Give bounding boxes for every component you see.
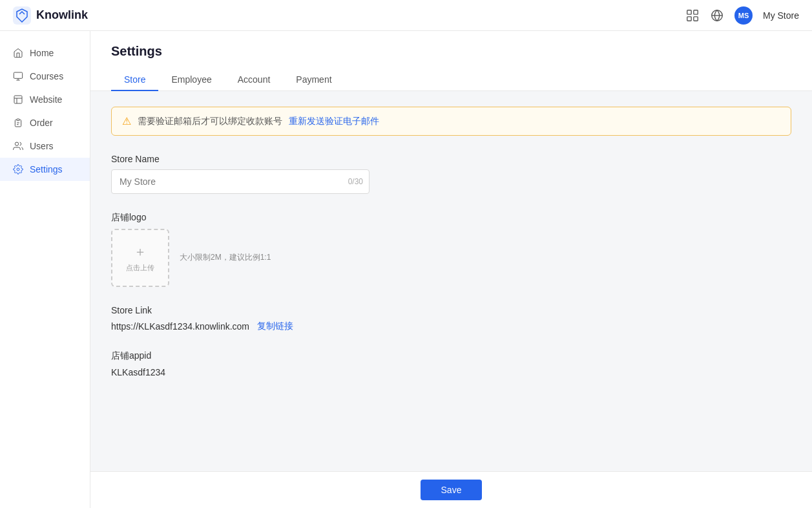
warning-banner: ⚠ 需要验证邮箱后才可以绑定收款账号 重新发送验证电子邮件	[111, 107, 791, 136]
svg-point-10	[17, 168, 19, 171]
page-title: Settings	[111, 44, 791, 59]
sidebar-website-label: Website	[30, 94, 62, 105]
warning-icon: ⚠	[122, 115, 131, 127]
store-link-value: https://KLKasdf1234.knowlink.com	[111, 321, 249, 332]
svg-rect-2	[694, 10, 698, 14]
users-icon	[13, 141, 23, 151]
logo-label: 店铺logo	[111, 212, 791, 224]
store-name-label: My Store	[763, 10, 799, 21]
tab-payment[interactable]: Payment	[283, 69, 344, 91]
tab-employee[interactable]: Employee	[158, 69, 224, 91]
store-name-section: Store Name 0/30	[111, 154, 791, 194]
sidebar-item-home[interactable]: Home	[0, 41, 90, 65]
page-header: Settings Store Employee Account Payment	[90, 31, 812, 91]
appid-section: 店铺appid KLKasdf1234	[111, 350, 791, 377]
logo-section: 店铺logo ＋ 点击上传 大小限制2M，建议比例1:1	[111, 212, 791, 287]
store-link-section: Store Link https://KLKasdf1234.knowlink.…	[111, 305, 791, 332]
main-content: Settings Store Employee Account Payment …	[90, 31, 812, 508]
website-icon	[13, 94, 23, 105]
store-link-row: https://KLKasdf1234.knowlink.com 复制链接	[111, 321, 791, 332]
sidebar-item-settings[interactable]: Settings	[0, 158, 90, 181]
sidebar-item-website[interactable]: Website	[0, 88, 90, 111]
appid-value: KLKasdf1234	[111, 367, 791, 377]
svg-rect-3	[687, 16, 691, 20]
svg-rect-7	[14, 96, 22, 103]
order-icon	[13, 118, 23, 128]
store-name-input-wrapper: 0/30	[111, 169, 370, 194]
logo-text: Knowlink	[36, 8, 88, 22]
store-avatar[interactable]: MS	[734, 6, 753, 25]
plus-icon: ＋	[134, 243, 147, 260]
sidebar-item-order[interactable]: Order	[0, 111, 90, 134]
svg-rect-4	[694, 16, 698, 20]
sidebar-order-label: Order	[30, 118, 53, 128]
store-name-counter: 0/30	[348, 177, 363, 186]
svg-rect-1	[687, 10, 691, 14]
svg-rect-8	[17, 119, 19, 121]
topnav-right: MS My Store	[685, 6, 799, 25]
logo-upload-text: 点击上传	[126, 263, 154, 273]
store-name-input[interactable]	[111, 169, 370, 194]
logo-hint: 大小限制2M，建议比例1:1	[180, 252, 271, 263]
content-area: ⚠ 需要验证邮箱后才可以绑定收款账号 重新发送验证电子邮件 Store Name…	[90, 91, 812, 411]
sidebar-home-label: Home	[30, 48, 54, 58]
top-navigation: Knowlink MS My Store	[0, 0, 812, 31]
settings-icon	[13, 164, 23, 175]
warning-text: 需要验证邮箱后才可以绑定收款账号	[138, 116, 282, 127]
store-link-label: Store Link	[111, 305, 791, 315]
svg-point-9	[15, 142, 18, 145]
knowlink-logo-icon	[13, 6, 31, 25]
sidebar-users-label: Users	[30, 141, 54, 151]
logo-upload-button[interactable]: ＋ 点击上传	[111, 229, 169, 287]
sidebar-settings-label: Settings	[30, 164, 63, 175]
save-area: Save	[90, 471, 812, 508]
globe-icon[interactable]	[710, 8, 724, 23]
tab-store[interactable]: Store	[111, 69, 158, 91]
tab-account[interactable]: Account	[225, 69, 284, 91]
main-layout: Home Courses Website Order	[0, 31, 812, 508]
home-icon	[13, 48, 23, 58]
courses-icon	[13, 71, 23, 81]
sidebar: Home Courses Website Order	[0, 31, 90, 508]
sidebar-courses-label: Courses	[30, 71, 63, 81]
tabs-container: Store Employee Account Payment	[111, 69, 791, 90]
logo-area: Knowlink	[13, 6, 88, 25]
appid-label: 店铺appid	[111, 350, 791, 362]
save-button[interactable]: Save	[421, 480, 483, 500]
resend-verification-link[interactable]: 重新发送验证电子邮件	[289, 116, 379, 127]
copy-link-button[interactable]: 复制链接	[257, 321, 293, 332]
sidebar-item-users[interactable]: Users	[0, 134, 90, 158]
grid-icon[interactable]	[685, 8, 700, 23]
store-name-label: Store Name	[111, 154, 791, 164]
sidebar-item-courses[interactable]: Courses	[0, 65, 90, 88]
svg-rect-6	[14, 72, 22, 78]
